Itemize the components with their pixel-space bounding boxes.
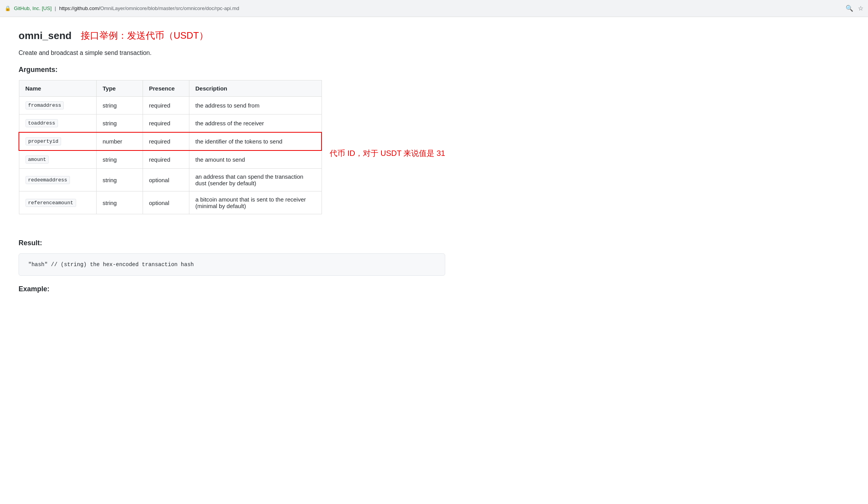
url-path: OmniLayer/omnicore/blob/master/src/omnic…: [100, 5, 239, 11]
bookmark-icon[interactable]: ☆: [858, 5, 863, 12]
cell-description: the amount to send: [189, 150, 322, 169]
table-header-row: Name Type Presence Description: [19, 80, 322, 97]
table-row: referenceamountstringoptionala bitcoin a…: [19, 191, 322, 214]
param-name: propertyid: [26, 137, 61, 145]
table-row: toaddressstringrequiredthe address of th…: [19, 114, 322, 133]
cell-presence: required: [143, 132, 189, 150]
cell-name: redeemaddress: [19, 169, 96, 191]
browser-icons: 🔍 ☆: [846, 5, 863, 12]
cell-presence: required: [143, 97, 189, 114]
cell-name: toaddress: [19, 114, 96, 133]
cell-description: the identifier of the tokens to send: [189, 132, 322, 150]
site-name: GitHub, Inc. [US]: [14, 5, 52, 11]
cell-presence: optional: [143, 169, 189, 191]
table-row: amountstringrequiredthe amount to send: [19, 150, 322, 169]
cell-presence: required: [143, 150, 189, 169]
result-code-block: "hash" // (string) the hex-encoded trans…: [19, 253, 445, 276]
url-bar[interactable]: https://github.com/OmniLayer/omnicore/bl…: [59, 5, 842, 11]
cell-description: the address of the receiver: [189, 114, 322, 133]
cell-type: string: [96, 150, 143, 169]
cell-name: fromaddress: [19, 97, 96, 114]
site-info: GitHub, Inc. [US]: [14, 5, 52, 11]
arguments-table: Name Type Presence Description fromaddre…: [19, 80, 322, 214]
th-name: Name: [19, 80, 96, 97]
table-wrapper: Name Type Presence Description fromaddre…: [19, 80, 445, 227]
cell-description: an address that can spend the transactio…: [189, 169, 322, 191]
cell-type: number: [96, 132, 143, 150]
cell-type: string: [96, 97, 143, 114]
description: Create and broadcast a simple send trans…: [19, 50, 445, 56]
result-section: Result: "hash" // (string) the hex-encod…: [19, 239, 445, 276]
cell-name: referenceamount: [19, 191, 96, 214]
browser-bar: 🔒 GitHub, Inc. [US] | https://github.com…: [0, 0, 868, 17]
page-heading: omni_send 接口举例：发送代币（USDT）: [19, 29, 445, 42]
search-icon[interactable]: 🔍: [846, 5, 853, 12]
code-content: "hash" // (string) the hex-encoded trans…: [28, 261, 194, 268]
th-description: Description: [189, 80, 322, 97]
cell-presence: required: [143, 114, 189, 133]
cell-type: string: [96, 114, 143, 133]
cell-name: amount: [19, 150, 96, 169]
cell-name: propertyid: [19, 132, 96, 150]
heading-main: omni_send: [19, 30, 71, 42]
example-title: Example:: [19, 285, 445, 293]
param-name: redeemaddress: [26, 176, 70, 184]
cell-type: string: [96, 169, 143, 191]
param-name: amount: [26, 155, 49, 164]
cell-presence: optional: [143, 191, 189, 214]
table-row: propertyidnumberrequiredthe identifier o…: [19, 132, 322, 150]
param-name: referenceamount: [26, 199, 76, 207]
result-title: Result:: [19, 239, 445, 247]
th-type: Type: [96, 80, 143, 97]
cell-description: the address to send from: [189, 97, 322, 114]
param-name: fromaddress: [26, 101, 64, 109]
cell-type: string: [96, 191, 143, 214]
table-head: Name Type Presence Description: [19, 80, 322, 97]
table-row: fromaddressstringrequiredthe address to …: [19, 97, 322, 114]
table-row: redeemaddressstringoptionalan address th…: [19, 169, 322, 191]
propertyid-annotation: 代币 ID，对于 USDT 来说值是 31: [322, 148, 445, 159]
heading-annotation: 接口举例：发送代币（USDT）: [81, 29, 208, 42]
arguments-title: Arguments:: [19, 66, 445, 74]
page-content: omni_send 接口举例：发送代币（USDT） Create and bro…: [0, 17, 464, 306]
separator: |: [55, 5, 56, 11]
cell-description: a bitcoin amount that is sent to the rec…: [189, 191, 322, 214]
param-name: toaddress: [26, 119, 58, 127]
url-base: https://github.com/: [59, 5, 100, 11]
th-presence: Presence: [143, 80, 189, 97]
lock-icon: 🔒: [5, 5, 11, 11]
table-body: fromaddressstringrequiredthe address to …: [19, 97, 322, 214]
